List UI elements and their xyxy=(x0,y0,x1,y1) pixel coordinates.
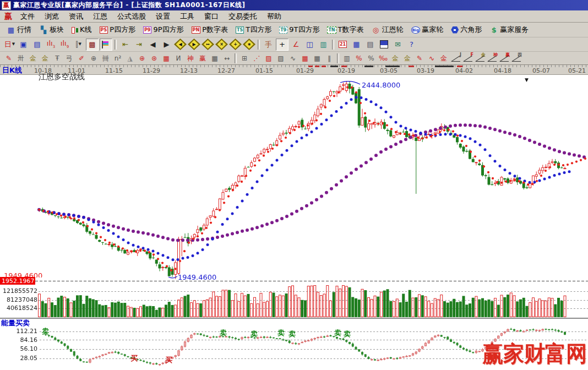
gold-ladder-1-button[interactable]: 金 xyxy=(27,52,39,64)
spiral-tool-button[interactable]: 弓 xyxy=(63,52,75,64)
menu-item-5[interactable]: 公式选股 xyxy=(112,11,151,22)
angle-win-button[interactable]: 赢 xyxy=(498,52,510,64)
quotes-button[interactable]: ▦行情 xyxy=(3,24,35,36)
region-select-tool-button[interactable]: ◫ xyxy=(303,39,316,51)
menu-item-6[interactable]: 设置 xyxy=(151,11,175,22)
box-tool-button[interactable]: ⊞ xyxy=(238,52,251,64)
shen-ladder-button[interactable]: 神 xyxy=(184,52,197,64)
menu-item-9[interactable]: 交易委托 xyxy=(224,11,262,22)
info-panel-button[interactable]: ▤ xyxy=(31,39,43,51)
zigzag-tool-button[interactable]: ∿ xyxy=(287,52,299,64)
fit-chart-button[interactable]: ∗ xyxy=(243,39,255,50)
9t-square-button[interactable]: T99T四方形 xyxy=(276,24,323,36)
square-ruler-button[interactable]: n² xyxy=(112,52,124,64)
chevron-down-icon[interactable]: ▼ xyxy=(525,78,529,83)
shift-right-button[interactable]: ▶ xyxy=(188,39,200,50)
swing-tool-button[interactable]: И xyxy=(172,52,184,64)
export-web-button[interactable]: ✉ xyxy=(391,39,404,51)
step-forward-button[interactable]: ▶ xyxy=(160,39,173,51)
menu-item-1[interactable]: 文件 xyxy=(15,11,40,22)
stretch-horizontal-button[interactable]: ↔ xyxy=(202,39,214,50)
permille-button[interactable]: ‰ xyxy=(377,52,389,64)
width-arrow-button[interactable]: ↔ xyxy=(221,52,233,64)
kline-button[interactable]: K线 xyxy=(68,24,95,36)
angle-f-button[interactable]: F xyxy=(462,52,474,64)
bars-3-button[interactable]: ılı3 xyxy=(45,39,57,51)
p-number-table-button[interactable]: PNP数字表 xyxy=(188,24,231,36)
calendar-button[interactable]: 21 xyxy=(336,39,349,51)
shift-left-button[interactable]: ◀ xyxy=(174,39,187,50)
crosshair-tool-button[interactable]: + xyxy=(276,39,288,51)
pattern-match-tool-button[interactable]: ▥ xyxy=(317,39,330,51)
menu-item-4[interactable]: 江恩 xyxy=(88,11,112,22)
toolbar-navigation: 日▼▣▤ılı3ılı9⫿▼▩⇤⇥◀▶◀▶↔×+∗手+∠◫▥21▦▤✉? xyxy=(0,37,588,52)
t-square-button[interactable]: TST四方形 xyxy=(232,24,275,36)
expand-chart-button[interactable]: + xyxy=(229,39,242,50)
p-square-button[interactable]: PSP四方形 xyxy=(96,24,139,36)
angle-shen-button[interactable]: 神 xyxy=(486,52,498,64)
sectors-button[interactable]: ▚板块 xyxy=(36,24,67,36)
wave-tool-button[interactable]: ∿ xyxy=(426,52,438,64)
red-grid-3-button[interactable]: ▦ xyxy=(299,52,311,64)
angle-measure-tool-button[interactable]: ∠ xyxy=(290,39,302,51)
system-help-button[interactable]: ? xyxy=(405,39,418,51)
mdi-child-icon[interactable]: 赢 xyxy=(1,12,15,21)
candle-style-button[interactable]: ⫿▼ xyxy=(72,39,85,51)
parallel-lines-button[interactable]: ∥ xyxy=(323,52,335,64)
winner-wheel-button[interactable]: Big赢家轮 xyxy=(408,24,447,36)
9p-square-button[interactable]: P99P四方形 xyxy=(140,24,187,36)
grid-4-button[interactable]: ▦ xyxy=(311,52,323,64)
percent-red-button[interactable]: % xyxy=(353,52,365,64)
angle-four-button[interactable]: 四 xyxy=(510,52,522,64)
grid-2-button[interactable]: ▨ xyxy=(275,52,287,64)
gold-lines-button[interactable]: 金 xyxy=(401,52,413,64)
fib-ladder-button[interactable]: Ŧ xyxy=(51,52,63,64)
notes-button[interactable]: ▤ xyxy=(364,39,377,51)
menu-item-3[interactable]: 资讯 xyxy=(64,11,88,22)
gold-circle-button[interactable]: 金 xyxy=(389,52,401,64)
circle-cross-button[interactable]: ⊕ xyxy=(136,52,148,64)
draw-pen-button[interactable]: ✎ xyxy=(3,52,15,64)
step-back-button[interactable]: ◀ xyxy=(146,39,159,51)
grid-123-button[interactable]: ▦ xyxy=(209,52,221,64)
cone-tool-button[interactable]: ◮ xyxy=(124,52,136,64)
gann-ladder-button[interactable]: 卅 xyxy=(15,52,27,64)
gauge-tool-button[interactable]: ▥ xyxy=(341,52,353,64)
bars-9-button[interactable]: ılı9 xyxy=(58,39,71,51)
gold-ladder-2-button[interactable]: 金 xyxy=(39,52,51,64)
angle-win-icon: 赢 xyxy=(499,54,509,63)
plain-ladder-button[interactable]: 卌 xyxy=(100,52,112,64)
menu-item-2[interactable]: 浏览 xyxy=(40,11,64,22)
pattern-window-button[interactable]: ▩ xyxy=(86,39,99,51)
angle-j-button[interactable]: J xyxy=(450,52,462,64)
red-grid-1-button[interactable]: ▨ xyxy=(263,52,275,64)
menu-item-7[interactable]: 工具 xyxy=(175,11,199,22)
save-button[interactable] xyxy=(378,39,390,51)
date-axis-strip[interactable]: 10-1811-0111-1511-2912-1312-2701-1501-29… xyxy=(0,65,588,75)
menu-item-10[interactable]: 帮助 xyxy=(262,11,286,22)
hexagon-button[interactable]: 六角形 xyxy=(448,24,485,36)
signal-flag-button[interactable] xyxy=(100,39,112,51)
hand-tool-button[interactable]: 手 xyxy=(262,39,275,51)
first-page-button[interactable]: ⇤ xyxy=(119,39,132,51)
calculator-button[interactable]: ▦ xyxy=(350,39,363,51)
title-bar[interactable]: 赢 赢家江恩专业版[赢家内部服务平台] - [上证指数 SH1A0001-167… xyxy=(0,0,588,10)
angle-gold-button[interactable]: 金 xyxy=(474,52,486,64)
winner-service-button[interactable]: $赢家服务 xyxy=(486,24,532,36)
gold-red-button[interactable]: 金 xyxy=(438,52,450,64)
t-number-table-button[interactable]: TNT数字表 xyxy=(324,24,367,36)
window-layout-button[interactable]: ▣ xyxy=(17,39,30,51)
percent-button[interactable]: % xyxy=(365,52,377,64)
mark-pen-button[interactable]: ✐ xyxy=(75,52,88,64)
flower-cycle-button[interactable]: ⊛ xyxy=(148,52,160,64)
cycle-ruler-button[interactable]: ⊕ xyxy=(88,52,100,64)
gann-wheel-button[interactable]: ◎江恩轮 xyxy=(368,24,407,36)
last-page-button[interactable]: ⇥ xyxy=(133,39,145,51)
period-daily-button[interactable]: 日▼ xyxy=(3,39,16,51)
compress-chart-button[interactable]: × xyxy=(215,39,228,50)
menu-item-8[interactable]: 窗口 xyxy=(199,11,224,22)
ray-fan-button[interactable]: ⋰ xyxy=(251,52,263,64)
pen-candle-button[interactable]: ✎ xyxy=(413,52,426,64)
grid-target-button[interactable]: ▦ xyxy=(160,52,172,64)
win-ladder-button[interactable]: 赢 xyxy=(197,52,209,64)
